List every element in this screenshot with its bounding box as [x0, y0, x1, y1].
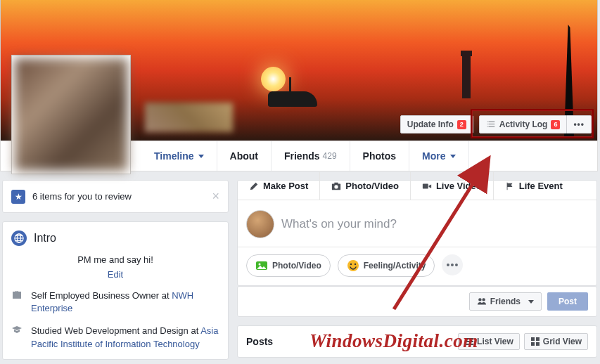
tab-photos-label: Photos	[363, 150, 396, 162]
tab-life-event[interactable]: Life Event	[494, 172, 574, 200]
grid-icon	[530, 337, 540, 346]
profile-picture[interactable]	[11, 55, 131, 174]
action-photo-video[interactable]: Photo/Video	[246, 254, 331, 277]
work-prefix: Self Employed Business Owner at	[31, 290, 172, 301]
intro-tagline: PM me and say hi!	[11, 254, 219, 265]
list-icon	[486, 119, 496, 129]
posts-title: Posts	[246, 336, 273, 347]
action-feeling[interactable]: Feeling/Activity	[338, 254, 435, 277]
activity-log-button[interactable]: Activity Log 6	[479, 115, 568, 134]
posts-header: Posts List View Grid View	[237, 325, 597, 358]
tab-about[interactable]: About	[217, 141, 272, 171]
cover-art	[462, 56, 471, 98]
chevron-down-icon	[198, 155, 204, 158]
update-info-button[interactable]: Update Info 2	[400, 115, 473, 134]
tab-friends-label: Friends	[284, 150, 320, 162]
svg-rect-16	[536, 342, 540, 346]
star-icon: ★	[11, 190, 25, 204]
edu-prefix: Studied Web Development and Design at	[31, 325, 200, 336]
flag-icon	[505, 181, 515, 191]
chevron-down-icon	[450, 155, 456, 158]
svg-point-11	[478, 298, 481, 301]
tab-live-video[interactable]: Live Video	[411, 172, 494, 200]
composer-footer: Friends Post	[237, 286, 597, 317]
ellipsis-icon: •••	[447, 259, 459, 271]
edit-intro-link[interactable]: Edit	[11, 269, 219, 280]
svg-rect-13	[531, 337, 535, 341]
svg-point-9	[350, 264, 352, 265]
graduation-cap-icon	[11, 325, 24, 350]
education-item: Studied Web Development and Design at As…	[11, 325, 219, 350]
intro-heading: Intro	[34, 232, 56, 245]
svg-rect-15	[531, 342, 535, 346]
work-item: Self Employed Business Owner at NWH Ente…	[11, 290, 219, 315]
tab-photos[interactable]: Photos	[350, 141, 409, 171]
tab-photo-video[interactable]: Photo/Video	[320, 172, 411, 200]
tab-make-post[interactable]: Make Post	[238, 172, 320, 200]
audience-label: Friends	[490, 297, 521, 306]
cover-photo[interactable]: Update Info 2 Activity Log 6 •••	[0, 0, 598, 141]
briefcase-icon	[11, 290, 24, 315]
svg-rect-5	[423, 183, 428, 188]
live-video-label: Live Video	[436, 181, 482, 191]
svg-point-7	[259, 264, 261, 266]
composer: Make Post Photo/Video Live Video Life Ev…	[237, 180, 597, 286]
camera-icon	[331, 181, 341, 191]
chip-label: Feeling/Activity	[364, 261, 426, 271]
ellipsis-icon: •••	[573, 119, 585, 129]
globe-icon	[11, 230, 27, 246]
chip-label: Photo/Video	[272, 261, 321, 271]
composer-input[interactable]: What's on your mind?	[281, 217, 588, 231]
profile-name-blurred	[145, 103, 233, 132]
close-icon[interactable]: ×	[212, 189, 219, 204]
video-icon	[422, 181, 432, 191]
tab-friends[interactable]: Friends 429	[272, 141, 350, 171]
make-post-label: Make Post	[263, 181, 308, 191]
friends-icon	[477, 297, 487, 306]
grid-view-label: Grid View	[543, 337, 582, 346]
svg-point-10	[355, 264, 356, 265]
chevron-down-icon	[528, 300, 534, 304]
smiley-icon	[347, 259, 359, 272]
activity-log-badge: 6	[551, 120, 560, 129]
more-options-button[interactable]: •••	[567, 115, 592, 134]
tab-more-label: More	[422, 150, 445, 162]
review-items-text: 6 items for you to review	[32, 191, 132, 202]
update-info-badge: 2	[457, 120, 466, 129]
svg-rect-4	[335, 182, 338, 184]
avatar[interactable]	[246, 210, 274, 238]
friends-count: 429	[323, 151, 337, 161]
list-view-label: List View	[477, 337, 513, 346]
audience-selector[interactable]: Friends	[469, 292, 542, 311]
cover-art	[261, 67, 286, 91]
cover-art	[461, 51, 472, 56]
tab-more[interactable]: More	[409, 141, 468, 171]
cover-art	[268, 91, 317, 107]
photo-video-label: Photo/Video	[345, 181, 399, 191]
svg-point-3	[335, 185, 338, 188]
tab-about-label: About	[230, 150, 258, 162]
tab-timeline[interactable]: Timeline	[141, 141, 217, 171]
svg-point-12	[482, 298, 485, 301]
life-event-label: Life Event	[519, 181, 563, 191]
review-items-card[interactable]: ★ 6 items for you to review ×	[2, 180, 229, 213]
activity-log-label: Activity Log	[499, 119, 548, 129]
tab-timeline-label: Timeline	[154, 150, 194, 162]
list-icon	[464, 337, 474, 346]
grid-view-button[interactable]: Grid View	[524, 333, 588, 350]
svg-rect-14	[536, 337, 540, 341]
post-button[interactable]: Post	[547, 292, 588, 311]
intro-card: Intro PM me and say hi! Edit Self Employ…	[2, 221, 229, 360]
pencil-icon	[249, 181, 259, 191]
list-view-button[interactable]: List View	[458, 333, 520, 350]
profile-picture-blurred	[15, 58, 127, 171]
update-info-label: Update Info	[407, 119, 454, 129]
photo-icon	[255, 259, 268, 272]
more-actions-button[interactable]: •••	[442, 254, 463, 275]
